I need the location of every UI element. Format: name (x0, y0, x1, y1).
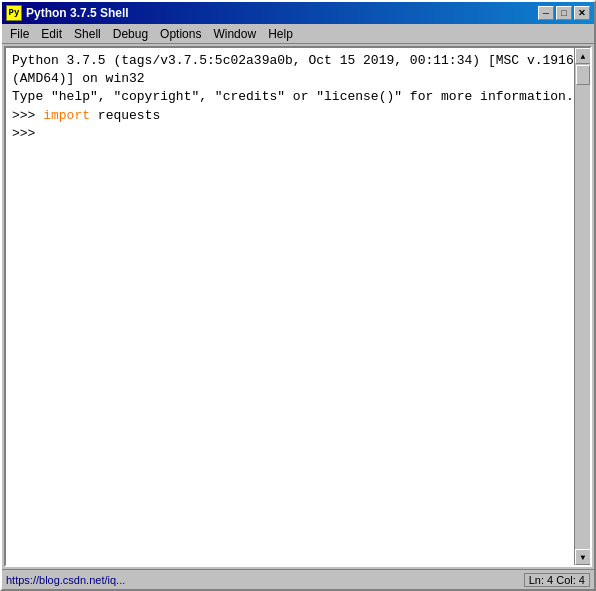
window-title: Python 3.7.5 Shell (26, 6, 129, 20)
menu-options[interactable]: Options (154, 25, 207, 43)
title-controls: ─ □ ✕ (538, 6, 590, 20)
shell-prompt-2: >>> (12, 126, 43, 141)
import-keyword: import (43, 108, 90, 123)
title-bar: Py Python 3.7.5 Shell ─ □ ✕ (2, 2, 594, 24)
scroll-up-button[interactable]: ▲ (575, 48, 591, 64)
import-module: requests (90, 108, 160, 123)
status-position: Ln: 4 Col: 4 (524, 573, 590, 587)
shell-line1: Python 3.7.5 (tags/v3.7.5:5c02a39a0b, Oc… (12, 53, 574, 68)
scroll-track[interactable] (575, 64, 590, 549)
title-bar-left: Py Python 3.7.5 Shell (6, 5, 129, 21)
menu-edit[interactable]: Edit (35, 25, 68, 43)
python-shell-window: Py Python 3.7.5 Shell ─ □ ✕ File Edit Sh… (0, 0, 596, 591)
status-bar: https://blog.csdn.net/iq... Ln: 4 Col: 4 (2, 569, 594, 589)
vertical-scrollbar[interactable]: ▲ ▼ (574, 48, 590, 565)
scroll-thumb[interactable] (576, 65, 590, 85)
shell-line3: Type "help", "copyright", "credits" or "… (12, 89, 574, 104)
shell-output[interactable]: Python 3.7.5 (tags/v3.7.5:5c02a39a0b, Oc… (6, 48, 574, 565)
close-button[interactable]: ✕ (574, 6, 590, 20)
menu-window[interactable]: Window (207, 25, 262, 43)
scroll-down-button[interactable]: ▼ (575, 549, 591, 565)
status-url: https://blog.csdn.net/iq... (6, 574, 125, 586)
menu-help[interactable]: Help (262, 25, 299, 43)
menu-file[interactable]: File (4, 25, 35, 43)
minimize-button[interactable]: ─ (538, 6, 554, 20)
shell-area[interactable]: Python 3.7.5 (tags/v3.7.5:5c02a39a0b, Oc… (4, 46, 592, 567)
menu-debug[interactable]: Debug (107, 25, 154, 43)
shell-line2: (AMD64)] on win32 (12, 71, 145, 86)
menu-shell[interactable]: Shell (68, 25, 107, 43)
shell-prompt-1: >>> (12, 108, 43, 123)
menu-bar: File Edit Shell Debug Options Window Hel… (2, 24, 594, 44)
maximize-button[interactable]: □ (556, 6, 572, 20)
app-icon: Py (6, 5, 22, 21)
